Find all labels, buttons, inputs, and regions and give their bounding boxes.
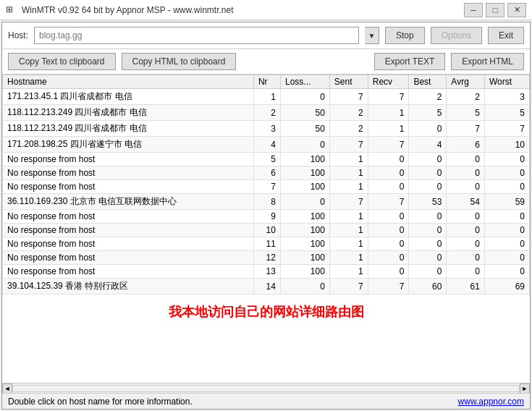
data-cell: 59 — [484, 194, 529, 210]
app-icon: ⊞ — [6, 4, 17, 16]
data-cell: 54 — [447, 194, 485, 210]
data-cell: 1 — [329, 237, 368, 251]
data-cell: 0 — [409, 265, 447, 279]
options-button[interactable]: Options — [431, 27, 482, 44]
data-cell: 0 — [409, 121, 447, 137]
table-row[interactable]: No response from host1010010000 — [3, 224, 530, 237]
table-row[interactable]: 39.104.125.39 香港 特别行政区14077606169 — [3, 279, 530, 295]
table-row[interactable]: No response from host1110010000 — [3, 237, 530, 251]
data-cell: 2 — [447, 89, 485, 105]
table-row[interactable]: 36.110.169.230 北京市 电信互联网数据中心8077535459 — [3, 194, 530, 210]
data-cell: 0 — [484, 237, 529, 251]
table-row[interactable]: 171.208.198.25 四川省遂宁市 电信40774610 — [3, 137, 530, 153]
table-header: Hostname Nr Loss... Sent Recv Best Avrg … — [3, 75, 530, 89]
hostname-cell: 171.213.45.1 四川省成都市 电信 — [3, 89, 254, 105]
appnor-link[interactable]: www.appnor.com — [458, 397, 524, 407]
table-container[interactable]: Hostname Nr Loss... Sent Recv Best Avrg … — [2, 75, 530, 383]
table-row[interactable]: 118.112.213.249 四川省成都市 电信35021077 — [3, 121, 530, 137]
data-cell: 53 — [409, 194, 447, 210]
table-body: 171.213.45.1 四川省成都市 电信1077223118.112.213… — [3, 89, 530, 295]
host-dropdown-icon[interactable]: ▼ — [365, 27, 379, 44]
copy-text-button[interactable]: Copy Text to clipboard — [8, 53, 116, 70]
hostname-cell: No response from host — [3, 180, 254, 194]
data-cell: 14 — [253, 279, 280, 295]
col-hostname: Hostname — [3, 75, 254, 89]
minimize-button[interactable]: ─ — [464, 3, 483, 17]
data-cell: 0 — [447, 237, 485, 251]
data-cell: 1 — [329, 180, 368, 194]
table-row[interactable]: No response from host510010000 — [3, 153, 530, 166]
clipboard-right: Export TEXT Export HTML — [374, 53, 524, 70]
data-cell: 100 — [280, 166, 329, 180]
data-cell: 6 — [253, 166, 280, 180]
data-cell: 5 — [484, 105, 529, 121]
close-button[interactable]: ✕ — [507, 3, 526, 17]
status-bar: Double click on host name for more infor… — [2, 393, 530, 409]
host-row: Host: ▼ Stop Options Exit — [2, 22, 530, 49]
hostname-cell: 36.110.169.230 北京市 电信互联网数据中心 — [3, 194, 254, 210]
scrollbar-row: ◄ ► — [2, 383, 530, 393]
data-cell: 11 — [253, 237, 280, 251]
data-cell: 60 — [409, 279, 447, 295]
data-cell: 0 — [484, 180, 529, 194]
data-cell: 13 — [253, 265, 280, 279]
data-cell: 100 — [280, 180, 329, 194]
data-cell: 0 — [280, 137, 329, 153]
data-cell: 0 — [447, 153, 485, 166]
hostname-cell: 171.208.198.25 四川省遂宁市 电信 — [3, 137, 254, 153]
data-cell: 10 — [484, 137, 529, 153]
data-cell: 0 — [447, 251, 485, 265]
data-cell: 0 — [368, 153, 409, 166]
data-cell: 0 — [368, 166, 409, 180]
data-cell: 1 — [368, 105, 409, 121]
table-row[interactable]: 171.213.45.1 四川省成都市 电信1077223 — [3, 89, 530, 105]
maximize-button[interactable]: □ — [486, 3, 504, 17]
data-cell: 2 — [253, 105, 280, 121]
scroll-right-button[interactable]: ► — [520, 384, 530, 394]
table-row[interactable]: No response from host710010000 — [3, 180, 530, 194]
data-cell: 0 — [484, 210, 529, 224]
data-cell: 9 — [253, 210, 280, 224]
data-cell: 0 — [368, 210, 409, 224]
export-html-button[interactable]: Export HTML — [451, 53, 524, 70]
data-cell: 5 — [409, 105, 447, 121]
data-cell: 0 — [280, 194, 329, 210]
app-title: WinMTR v0.92 64 bit by Appnor MSP - www.… — [22, 5, 234, 15]
data-cell: 0 — [484, 265, 529, 279]
table-row[interactable]: 118.112.213.249 四川省成都市 电信25021555 — [3, 105, 530, 121]
data-cell: 0 — [409, 251, 447, 265]
scroll-left-button[interactable]: ◄ — [2, 384, 12, 394]
hostname-cell: 39.104.125.39 香港 特别行政区 — [3, 279, 254, 295]
table-row[interactable]: No response from host1210010000 — [3, 251, 530, 265]
data-cell: 0 — [447, 180, 485, 194]
data-cell: 7 — [253, 180, 280, 194]
data-cell: 7 — [447, 121, 485, 137]
col-worst: Worst — [484, 75, 529, 89]
data-cell: 0 — [409, 180, 447, 194]
stop-button[interactable]: Stop — [385, 27, 425, 44]
table-row[interactable]: No response from host610010000 — [3, 166, 530, 180]
data-cell: 61 — [447, 279, 485, 295]
data-cell: 2 — [409, 89, 447, 105]
copy-html-button[interactable]: Copy HTML to clipboard — [122, 53, 237, 70]
scroll-track[interactable] — [12, 385, 520, 392]
col-recv: Recv — [368, 75, 409, 89]
data-cell: 12 — [253, 251, 280, 265]
host-input[interactable] — [34, 27, 359, 44]
data-cell: 0 — [280, 279, 329, 295]
data-cell: 0 — [484, 166, 529, 180]
data-cell: 100 — [280, 224, 329, 237]
data-cell: 5 — [253, 153, 280, 166]
table-row[interactable]: No response from host1310010000 — [3, 265, 530, 279]
exit-button[interactable]: Exit — [488, 27, 524, 44]
data-cell: 0 — [409, 166, 447, 180]
data-cell: 1 — [329, 210, 368, 224]
data-cell: 3 — [484, 89, 529, 105]
export-text-button[interactable]: Export TEXT — [374, 53, 445, 70]
data-cell: 0 — [409, 210, 447, 224]
hostname-cell: No response from host — [3, 265, 254, 279]
data-cell: 0 — [368, 180, 409, 194]
col-sent: Sent — [329, 75, 368, 89]
data-cell: 1 — [329, 224, 368, 237]
table-row[interactable]: No response from host910010000 — [3, 210, 530, 224]
